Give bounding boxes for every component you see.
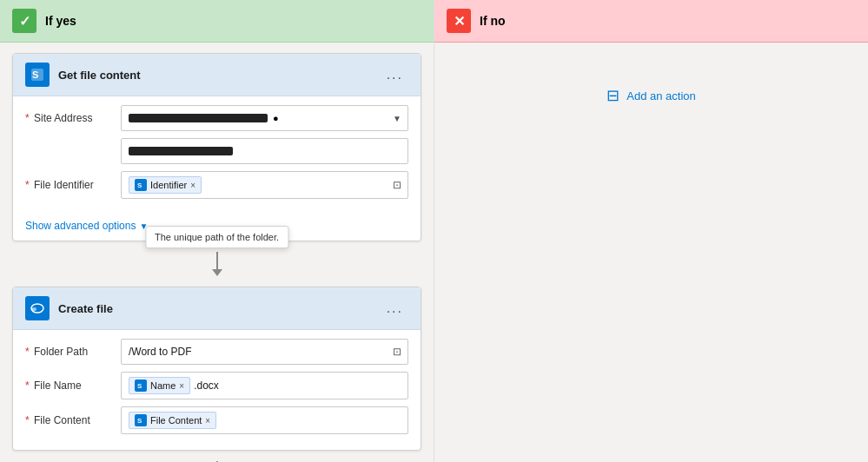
identifier-tag: S Identifier × <box>129 176 202 194</box>
create-file-card: Create file ... * Folder Path /Word to P… <box>12 287 421 451</box>
tooltip-box: The unique path of the folder. <box>145 226 288 248</box>
file-content-tag: S File Content × <box>129 412 216 429</box>
add-action-label: Add an action <box>626 89 696 102</box>
folder-path-input[interactable]: /Word to PDF <box>121 339 408 365</box>
folder-path-control: /Word to PDF ⊡ <box>121 339 408 365</box>
svg-text:S: S <box>137 417 142 425</box>
folder-path-folder-icon: ⊡ <box>393 346 401 358</box>
tooltip-wrapper: The unique path of the folder. <box>12 252 421 276</box>
site-address-control: ● ▼ <box>121 105 408 131</box>
branch-no-label: If no <box>480 14 506 28</box>
left-panel: ✓ If yes S Get file content ... * Site A… <box>0 0 434 462</box>
site-address-input[interactable]: ● <box>121 105 408 131</box>
file-name-input[interactable]: S Name × .docx <box>121 372 408 399</box>
site-address-sub-input[interactable] <box>121 138 408 164</box>
file-name-row: * File Name S Name × .docx <box>25 372 408 399</box>
get-file-content-card: S Get file content ... * Site Address ● … <box>12 53 421 241</box>
svg-point-4 <box>31 307 36 311</box>
file-name-label: * File Name <box>25 380 121 392</box>
site-address-sub-row <box>25 138 408 164</box>
connector-1 <box>200 252 235 276</box>
folder-path-label: * Folder Path <box>25 346 121 358</box>
file-content-row: * File Content S File Content × <box>25 406 408 434</box>
x-icon: ✕ <box>447 9 471 33</box>
get-file-content-body: * Site Address ● ▼ <box>13 96 421 214</box>
branch-yes-label: If yes <box>45 14 76 28</box>
site-address-label: * Site Address <box>25 112 121 124</box>
file-content-tag-close[interactable]: × <box>205 416 210 426</box>
check-icon: ✓ <box>12 9 36 33</box>
site-address-row: * Site Address ● ▼ <box>25 105 408 131</box>
onedrive-icon-1 <box>25 296 50 320</box>
create-file-more-btn[interactable]: ... <box>381 299 408 318</box>
create-file-header: Create file ... <box>13 287 421 330</box>
file-identifier-label: * File Identifier <box>25 179 121 191</box>
file-identifier-control: S Identifier × ⊡ <box>121 171 408 199</box>
file-content-tag-sharepoint-icon: S <box>135 414 147 426</box>
right-panel: ✕ If no ⊟ Add an action <box>434 0 868 462</box>
add-action-db-icon: ⊟ <box>606 86 620 105</box>
site-address-redacted <box>129 114 268 122</box>
get-file-content-header: S Get file content ... <box>13 54 421 96</box>
file-identifier-input[interactable]: S Identifier × <box>121 171 408 199</box>
sharepoint-tag-icon: S <box>135 179 147 191</box>
name-tag-close[interactable]: × <box>179 381 184 391</box>
branch-no-header: ✕ If no <box>434 0 868 43</box>
file-content-control: S File Content × <box>121 406 408 434</box>
name-tag-sharepoint-icon: S <box>135 380 147 392</box>
get-file-content-title: Get file content <box>58 69 381 82</box>
file-identifier-row: * File Identifier S Identifier × ⊡ <box>25 171 408 199</box>
svg-text:S: S <box>32 69 38 80</box>
create-file-body: * Folder Path /Word to PDF ⊡ * File Name <box>13 330 421 450</box>
svg-text:S: S <box>137 182 142 189</box>
name-tag: S Name × <box>129 377 190 394</box>
site-address-sub-redacted <box>129 147 233 155</box>
file-content-label: * File Content <box>25 414 121 426</box>
get-file-content-more-btn[interactable]: ... <box>381 65 408 84</box>
sharepoint-icon: S <box>25 63 50 87</box>
file-content-input[interactable]: S File Content × <box>121 406 408 434</box>
add-action-right[interactable]: ⊟ Add an action <box>434 51 868 140</box>
branch-yes-header: ✓ If yes <box>0 0 434 43</box>
file-identifier-folder-icon: ⊡ <box>393 179 401 191</box>
svg-text:S: S <box>137 382 142 390</box>
identifier-tag-close[interactable]: × <box>190 181 195 190</box>
file-name-control: S Name × .docx <box>121 372 408 399</box>
folder-path-row: * Folder Path /Word to PDF ⊡ <box>25 339 408 365</box>
create-file-title: Create file <box>58 302 381 315</box>
